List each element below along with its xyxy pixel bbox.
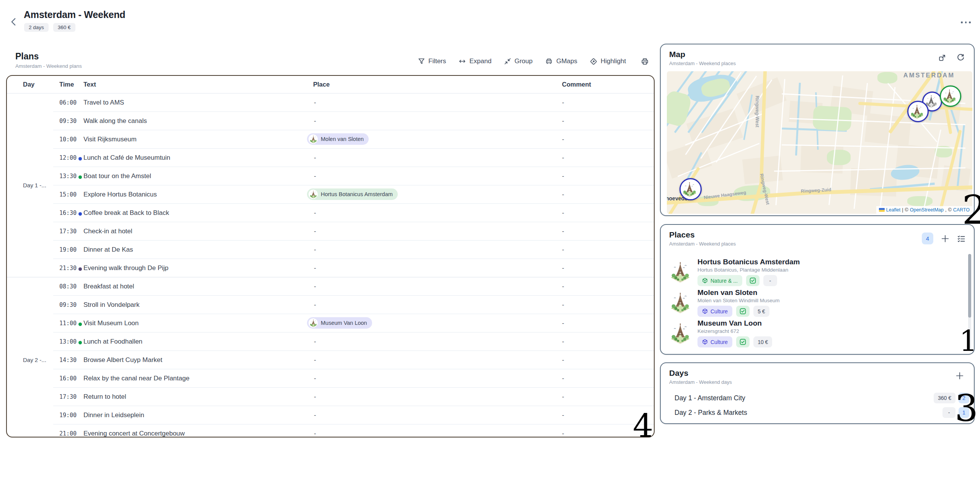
day-list-item[interactable]: Day 1 - Amsterdam City 360 € 2 [661, 391, 969, 405]
days-card: Days Amsterdam - Weekend days Day 1 - Am… [660, 362, 975, 424]
marker-thumbnail [910, 104, 926, 119]
place-chip[interactable]: Molen van Sloten [307, 133, 369, 145]
place-chip[interactable]: Hortus Botanicus Amsterdam [307, 188, 398, 200]
place-visited-checkbox[interactable] [736, 306, 750, 317]
map-card: Map Amsterdam - Weekend places [660, 44, 975, 216]
map-marker[interactable] [940, 85, 961, 107]
plan-row[interactable]: 19:00 Dinner in Leidseplein - - [53, 406, 654, 424]
place-address: Keizersgracht 672 [697, 328, 772, 334]
place-list-item[interactable]: Museum Van Loon Keizersgracht 672 Cultur… [661, 318, 966, 349]
plans-table: Day Time Text Place Comment Day 1 -... 0… [6, 75, 655, 437]
plan-row[interactable]: 14:30 Browse Albert Cuyp Market - - [53, 351, 654, 369]
plan-row[interactable]: 15:00 Explore Hortus Botanicus Hortus Bo… [53, 185, 654, 203]
place-category-chip[interactable]: Nature & ... [697, 275, 742, 286]
place-list: Hortus Botanicus Amsterdam Hortus Botani… [661, 257, 966, 349]
checkbox-icon [740, 339, 746, 345]
plan-row[interactable]: 13:00 Lunch at Foodhallen - - [53, 332, 654, 351]
osm-link[interactable]: OpenStreetMap [910, 207, 944, 213]
places-card-title: Places [669, 230, 695, 239]
horizontal-arrows-icon [459, 58, 466, 65]
map-fullscreen-button[interactable] [938, 54, 946, 62]
group-button[interactable]: Group [504, 57, 532, 65]
ukraine-flag-icon [879, 208, 885, 212]
plan-row[interactable]: 21:30 Evening walk through De Pijp - - [53, 259, 654, 277]
days-card-subtitle: Amsterdam - Weekend days [669, 379, 732, 385]
place-image [669, 322, 691, 344]
carto-link[interactable]: CARTO [953, 207, 970, 213]
place-address: Molen van Sloten Windmill Museum [697, 298, 780, 303]
status-dot [78, 175, 82, 179]
expand-box-icon [938, 54, 946, 62]
diamond-arrow-icon [590, 58, 597, 65]
places-scrollbar[interactable] [968, 254, 971, 350]
place-list-item[interactable]: Molen van Sloten Molen van Sloten Windmi… [661, 287, 966, 318]
filters-button[interactable]: Filters [418, 57, 446, 65]
plans-section-subtitle: Amsterdam - Weekend plans [15, 63, 82, 69]
plan-row[interactable]: 10:00 Visit Rijksmuseum Molen van Sloten… [53, 130, 654, 148]
day-count-chip: 2 [959, 393, 969, 403]
map-label-city: AMSTERDAM [903, 72, 955, 79]
plan-row[interactable]: 06:00 Travel to AMS - - [53, 93, 654, 111]
plan-row[interactable]: 09:30 Walk along the canals - - [53, 111, 654, 130]
days-card-title: Days [669, 369, 688, 378]
day-cost-chip: - [942, 407, 956, 418]
day-group-rows: 08:30 Breakfast at hotel - - 09:30 Strol… [53, 277, 654, 437]
place-thumbnail [309, 134, 318, 144]
trip-planner-app: Amsterdam - Weekend 2 days 360 € Plans A… [0, 0, 980, 493]
day-group-label: Day 2 -... [7, 277, 53, 437]
place-chip[interactable]: Museum Van Loon [307, 317, 372, 329]
place-name: Museum Van Loon [697, 319, 772, 328]
add-day-button[interactable] [956, 372, 964, 380]
plan-row[interactable]: 17:30 Check-in at hotel - - [53, 222, 654, 240]
expand-button[interactable]: Expand [459, 57, 492, 65]
map-controls [938, 54, 965, 62]
more-menu-button[interactable] [959, 20, 972, 25]
day-group-rows: 06:00 Travel to AMS - - 09:30 Walk along… [53, 93, 654, 277]
checkbox-icon [740, 308, 746, 314]
funnel-icon [418, 58, 425, 65]
scrollbar-thumb[interactable] [968, 254, 971, 318]
plan-row[interactable]: 16:00 Relax by the canal near De Plantag… [53, 369, 654, 387]
plan-row[interactable]: 21:00 Evening concert at Concertgebouw -… [53, 424, 654, 437]
plan-row[interactable]: 12:00 Lunch at Café de Museumtuin - - [53, 148, 654, 167]
place-visited-checkbox[interactable] [746, 275, 760, 286]
plan-row[interactable]: 16:30 Coffee break at Back to Black - - [53, 203, 654, 222]
map-card-title: Map [669, 50, 685, 59]
plan-row[interactable]: 19:00 Dinner at De Kas - - [53, 240, 654, 259]
plans-toolbar: Filters Expand Group GMaps Highlight [418, 55, 671, 67]
map-refresh-button[interactable] [957, 54, 965, 62]
day-list-item[interactable]: Day 2 - Parks & Markets - 1 [661, 405, 969, 420]
plan-row[interactable]: 09:30 Stroll in Vondelpark - - [53, 295, 654, 314]
place-thumbnail [309, 190, 318, 199]
places-count-badge: 4 [922, 233, 933, 244]
plan-row[interactable]: 11:00 Visit Museum Loon Museum Van Loon … [53, 314, 654, 332]
place-list-item[interactable]: Hortus Botanicus Amsterdam Hortus Botani… [661, 257, 966, 287]
print-button[interactable] [641, 57, 649, 66]
map-marker[interactable] [907, 101, 929, 122]
plan-row[interactable]: 08:30 Breakfast at hotel - - [53, 277, 654, 295]
plan-row[interactable]: 17:30 Return to hotel - - [53, 387, 654, 406]
place-category-chip[interactable]: Culture [697, 306, 732, 317]
status-dot [78, 267, 82, 271]
plus-icon [956, 372, 964, 380]
column-header-comment: Comment [556, 81, 654, 88]
back-button[interactable] [9, 16, 21, 28]
column-header-time: Time [53, 81, 78, 88]
plus-icon [941, 234, 949, 243]
map-canvas[interactable]: AMSTERDAM Ringweg-West Ringweg-West Nieu… [667, 71, 972, 214]
place-category-chip[interactable]: Culture [697, 336, 732, 347]
checklist-icon [957, 234, 965, 243]
add-place-button[interactable] [941, 234, 949, 243]
places-list-view-button[interactable] [957, 234, 965, 243]
map-marker[interactable] [679, 178, 702, 200]
trip-duration-badge: 2 days [24, 23, 49, 32]
plans-section-title: Plans [15, 51, 39, 62]
highlight-button[interactable]: Highlight [590, 57, 626, 65]
checkbox-icon [750, 277, 756, 284]
place-visited-checkbox[interactable] [736, 336, 750, 347]
column-header-text: Text [78, 81, 307, 88]
plan-row[interactable]: 13:30 Boat tour on the Amstel - - [53, 167, 654, 185]
gmaps-button[interactable]: GMaps [545, 57, 577, 65]
leaflet-link[interactable]: Leaflet [886, 207, 901, 213]
day-group: Day 2 -... 08:30 Breakfast at hotel - - … [7, 277, 654, 437]
